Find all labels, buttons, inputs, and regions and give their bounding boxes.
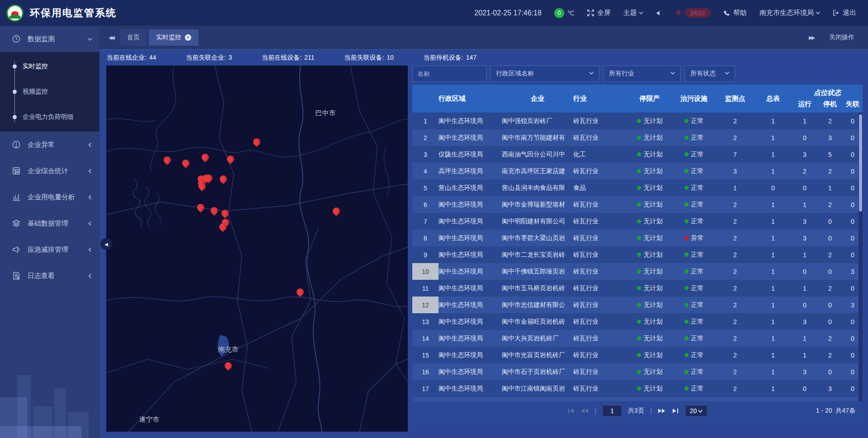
sidebar-item-6[interactable]: 日志查看 [0, 263, 99, 289]
mute-button[interactable] [656, 10, 662, 16]
stop-production-label: 无计划 [644, 268, 663, 276]
sidebar-item-3[interactable]: 企业用电量分析 [0, 184, 99, 210]
cell-bureau: 阆中生态环境局 [439, 234, 502, 242]
last-page-button[interactable] [672, 408, 679, 414]
cell-halted: 0 [817, 268, 843, 275]
status-dot-icon [684, 203, 689, 207]
result-range-label: 1 - 20 共47条 [816, 407, 855, 415]
help-button[interactable]: 帮助 [723, 9, 747, 17]
theme-menu[interactable]: 主题 [623, 9, 643, 17]
status-dot-icon [637, 336, 641, 340]
table-row[interactable]: 5营山生态环境局营山县润丰肉食品有限食品无计划正常10010 [412, 179, 863, 196]
abnormal-icon [12, 140, 21, 149]
cell-run: 1 [792, 285, 817, 292]
logout-button[interactable]: 退出 [833, 9, 856, 17]
cell-pollution-facility: 正常 [672, 268, 716, 276]
table-row[interactable]: 11阆中生态环境局阆中市五马桥页岩机砖砖瓦行业无计划正常21120 [412, 280, 863, 297]
facility-status-label: 异常 [691, 234, 704, 242]
tabs-scroll-right-icon[interactable]: ▶▶ [809, 35, 814, 41]
status-dot-icon [684, 219, 689, 223]
table-row[interactable]: 12阆中生态环境局阆中市忠信建材有限公砖瓦行业无计划正常21003 [412, 297, 863, 313]
sidebar-item-1[interactable]: 企业异常 [0, 132, 99, 158]
map-panel[interactable]: 巴中市南充市遂宁市 ◀ [106, 66, 408, 432]
name-search-input[interactable] [412, 66, 486, 82]
tab-realtime-monitor[interactable]: 实时监控 ✕ [149, 29, 198, 46]
temperature: 0 ℃ [554, 8, 575, 18]
chevron-down-icon [589, 70, 594, 75]
prev-page-button[interactable] [580, 408, 589, 414]
sidebar-item-0[interactable]: 数据监测 [0, 26, 99, 52]
stop-production-label: 无计划 [644, 184, 663, 192]
cell-bureau: 仪陇生态环境局 [439, 151, 502, 159]
row-number: 1 [412, 113, 439, 129]
table-row[interactable]: 3仪陇生态环境局西南油气田分公司川中化工无计划正常71350 [412, 146, 863, 163]
region-select[interactable]: 行政区域名称 [490, 66, 599, 82]
row-number: 18 [412, 397, 439, 401]
sidebar-subitem[interactable]: 视频监控 [0, 79, 99, 104]
sidebar-item-5[interactable]: 应急减排管理 [0, 236, 99, 263]
sidebar-subitem[interactable]: 实时监控 [0, 54, 99, 79]
table-row[interactable]: 15阆中生态环境局阆中市光富页岩机砖厂砖瓦行业无计划正常21120 [412, 347, 863, 363]
row-number: 9 [412, 246, 439, 263]
table-row[interactable]: 18南部生态环境局南部县砂化水泥有限公建材加工无计划正常60060 [412, 397, 863, 401]
notifications[interactable]: 2632 [675, 8, 711, 18]
table-row[interactable]: 16阆中生态环境局阆中市石子页岩机砖厂砖瓦行业无计划正常21300 [412, 363, 863, 380]
sidebar-item-label: 基础数据管理 [28, 219, 82, 228]
table-row[interactable]: 17阆中生态环境局阆中市江南镇阆南页岩砖瓦行业无计划正常21030 [412, 380, 863, 397]
right-panel: 行政区域名称 所有行业 所有状态 行政区域 企业 行业 停限产 治污设施 监测点… [412, 66, 863, 432]
status-dot-icon [637, 269, 641, 273]
industry-select[interactable]: 所有行业 [603, 66, 681, 82]
cell-pollution-facility: 正常 [672, 151, 716, 159]
table-row[interactable]: 14阆中生态环境局阆中大兴页岩机砖厂砖瓦行业无计划正常21120 [412, 330, 863, 347]
first-page-button[interactable] [567, 408, 575, 414]
cell-meters: 1 [754, 151, 792, 158]
table-row[interactable]: 9阆中生态环境局阆中市二龙长宝页岩砖砖瓦行业无计划正常21120 [412, 246, 863, 263]
table-row[interactable]: 4高坪生态环境局南充市高坪区王家店建砖瓦行业无计划正常31220 [412, 163, 863, 179]
page-size-select[interactable]: 20 [685, 405, 708, 417]
table-row[interactable]: 7阆中生态环境局阆中明阳建材有限公司砖瓦行业无计划正常21300 [412, 213, 863, 230]
stop-production-label: 无计划 [644, 251, 663, 259]
table-row[interactable]: 1阆中生态环境局阆中强锐页岩砖厂砖瓦行业无计划正常21120 [412, 113, 863, 129]
org-menu[interactable]: 南充市生态环境局 [760, 9, 820, 17]
status-dot-icon [637, 370, 641, 374]
cell-pollution-facility: 正常 [672, 251, 716, 259]
status-dot-icon [684, 136, 689, 140]
close-tab-icon[interactable]: ✕ [185, 34, 191, 41]
cell-run: 0 [792, 301, 817, 309]
row-number: 6 [412, 196, 439, 213]
tab-bar: ◀◀ 首页 实时监控 ✕ ▶▶ 关闭操作 [99, 26, 868, 49]
cell-run: 1 [792, 335, 817, 342]
table-row[interactable]: 8阆中生态环境局阆中市枣碧大梁山页岩砖瓦行业无计划异常21300 [412, 230, 863, 246]
tabs-scroll-left-icon[interactable]: ◀◀ [99, 35, 120, 41]
table-row[interactable]: 2阆中生态环境局阆中市南方节能建材有砖瓦行业无计划正常21030 [412, 129, 863, 146]
sidebar-subitem[interactable]: 企业电力负荷明细 [0, 104, 99, 130]
status-dot-icon [637, 320, 641, 324]
temperature-unit: ℃ [567, 9, 575, 17]
page-number-input[interactable] [602, 405, 622, 417]
status-dot-icon [637, 119, 641, 123]
tab-home[interactable]: 首页 [120, 29, 147, 46]
fullscreen-button[interactable]: 全屏 [587, 9, 611, 17]
cell-meters: 1 [754, 201, 792, 208]
cell-meters: 1 [754, 368, 792, 376]
scrollbar-thumb[interactable] [859, 114, 862, 212]
cell-pollution-facility: 正常 [672, 351, 716, 359]
cell-halted: 2 [817, 118, 843, 125]
table-row[interactable]: 13阆中生态环境局阆中市金福旺页岩机砖砖瓦行业无计划正常21300 [412, 313, 863, 330]
sidebar-item-2[interactable]: 企业综合统计 [0, 158, 99, 184]
col-industry: 行业 [573, 85, 627, 113]
table-scrollbar[interactable] [859, 113, 863, 401]
close-operations-button[interactable]: 关闭操作 [829, 33, 854, 42]
table-row[interactable]: 6阆中生态环境局阆中市金博瑞新型墙材砖瓦行业无计划正常21120 [412, 196, 863, 213]
sidebar-item-4[interactable]: 基础数据管理 [0, 210, 99, 236]
cell-pollution-facility: 正常 [672, 167, 716, 175]
cell-run: 3 [792, 151, 817, 158]
facility-status-label: 正常 [691, 167, 704, 175]
cell-points: 2 [716, 134, 754, 141]
status-select[interactable]: 所有状态 [684, 66, 735, 82]
cell-industry: 砖瓦行业 [573, 167, 627, 175]
next-page-button[interactable] [658, 408, 666, 414]
map-collapse-button[interactable]: ◀ [100, 238, 112, 250]
table-row[interactable]: 10阆中生态环境局阆中千佛镇五郎垭页岩砖瓦行业无计划正常21003 [412, 263, 863, 280]
chart-icon [12, 193, 21, 202]
